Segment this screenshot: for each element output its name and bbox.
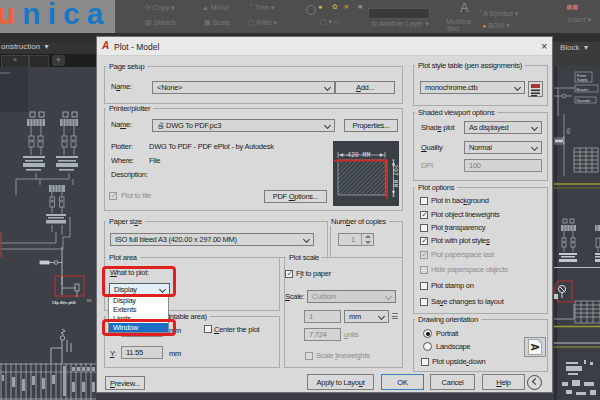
svg-text:Cấp điện phối: Cấp điện phối [52, 301, 76, 305]
svg-text:297 MM: 297 MM [391, 164, 398, 188]
svg-text:S@: S@ [566, 128, 570, 134]
svg-text:A: A [529, 343, 540, 350]
svg-text:Supply: Supply [577, 78, 588, 82]
svg-text:6V: 6V [87, 299, 92, 303]
svg-text:Breaker: Breaker [577, 88, 590, 92]
svg-text:Recorder: Recorder [577, 99, 592, 103]
svg-text:420 MM: 420 MM [347, 152, 371, 159]
